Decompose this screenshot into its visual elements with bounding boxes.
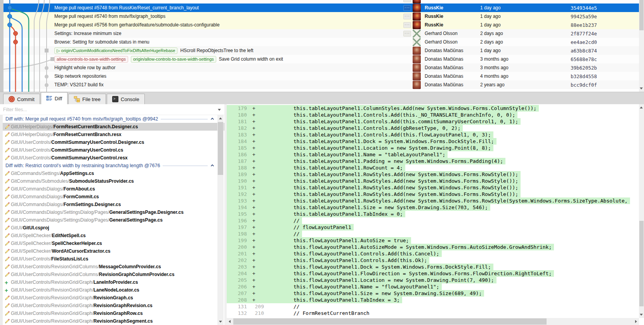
commit-author: Gerhard Olsson: [423, 31, 480, 36]
diff-line: 192+this.tableLayoutPanel1.RowStyles.Add…: [227, 191, 639, 197]
file-list-scrollbar[interactable]: [217, 115, 224, 325]
tab-commit[interactable]: Commit: [3, 94, 40, 104]
file-row[interactable]: GitUI/SpellChecker/SpellCheckerHelper.cs: [3, 239, 224, 247]
file-row[interactable]: GitUI/UserControls/RevisionGrid/Columns/…: [3, 263, 224, 271]
commit-message: HScroll RepoObjectsTree to the left: [180, 48, 253, 53]
commit-row[interactable]: Browse: Setting for submodule status in …: [0, 38, 639, 46]
tab-diff[interactable]: Diff: [41, 92, 68, 104]
scroll-down-icon[interactable]: [640, 314, 643, 316]
commit-row[interactable]: ···: [0, 0, 639, 3]
commit-row[interactable]: Highlight whole row by authorDonatas Mač…: [0, 63, 639, 72]
file-row[interactable]: GitUI/CommandsDialogs/FormCommit.cs: [3, 193, 224, 201]
filter-dropdown-button[interactable]: [216, 106, 223, 113]
bottom-tabstrip: Commit Diff File tree Console: [0, 92, 644, 104]
collapse-chevron-icon[interactable]: [210, 116, 214, 122]
file-row[interactable]: GitUI/SpellChecker/EditNetSpell.cs: [3, 232, 224, 239]
diff-vertical-scrollbar[interactable]: [639, 104, 644, 318]
diff-line-highlight: 183+this.tableLayoutPanel1.Controls.Add(…: [227, 131, 493, 138]
commit-row[interactable]: ▷ origin/CustomModificationsNeedToFixDif…: [0, 46, 639, 55]
diff-line-highlight: 199+this.flowLayoutPanel1.AutoSize = tru…: [227, 237, 411, 244]
tab-console[interactable]: Console: [107, 94, 145, 104]
file-row[interactable]: GitUI/UserControls/RevisionGrid/Columns/…: [3, 271, 224, 278]
commit-row[interactable]: allow-controls-to-save-width-settingsori…: [0, 55, 639, 63]
diff-line: 188+this.tableLayoutPanel1.RowCount = 4;: [227, 164, 639, 171]
commit-actions-button[interactable]: ···: [403, 0, 411, 2]
scroll-left-icon[interactable]: [229, 320, 231, 323]
file-row[interactable]: GitUI/SpellChecker/WordAtCursorExtractor…: [3, 247, 224, 255]
scroll-right-icon[interactable]: [635, 320, 637, 323]
tab-file-tree[interactable]: File tree: [68, 94, 106, 104]
added-file-icon: +: [5, 288, 11, 293]
commit-row[interactable]: Settings: Increase minimum size···Gerhar…: [0, 29, 639, 38]
file-row[interactable]: +GitUI/UserControls/RevisionGrid/Graph/L…: [3, 286, 224, 294]
commit-actions-button[interactable]: ···: [403, 31, 411, 37]
commit-row[interactable]: Skip network repositoriesDonatas Mačiūna…: [0, 72, 639, 80]
file-row[interactable]: GitUI/UserControls/RevisionGrid/Graph/Re…: [3, 294, 224, 302]
commit-grid-scrollbar[interactable]: [639, 0, 644, 92]
diff-line-highlight: 191+this.tableLayoutPanel1.RowStyles.Add…: [227, 184, 521, 191]
file-row[interactable]: GitUI/UserControls/CommitSummaryUserCont…: [3, 146, 224, 154]
file-path: GitUI/UserControls/RevisionGrid/Columns/: [11, 272, 99, 277]
commit-actions-button[interactable]: ···: [403, 22, 411, 28]
commit-message: Browse: Setting for submodule status in …: [54, 39, 149, 45]
file-row[interactable]: GitUI/CommandsDialogs/FormSettings.Desig…: [3, 201, 224, 208]
file-row[interactable]: GitUI/CommandsDialogs/SettingsDialog/Pag…: [3, 216, 224, 224]
file-name: RevisionGraph.cs: [94, 295, 133, 301]
remote-branch-badge[interactable]: ▷ origin/CustomModificationsNeedToFixDif…: [54, 47, 177, 54]
diff-code-text: this.tableLayoutPanel1.Controls.Add(this…: [269, 119, 518, 124]
file-row[interactable]: GitUI/HelperDialogs/FormResetCurrentBran…: [3, 131, 224, 138]
file-row[interactable]: GitUI/HelperDialogs/FormResetCurrentBran…: [3, 123, 224, 131]
scroll-up-icon[interactable]: [640, 107, 643, 108]
file-path: GitCommands/Submodules/: [11, 178, 69, 184]
diff-group-header[interactable]: Diff with: Merge pull request #5740 from…: [3, 115, 224, 123]
filter-files-input[interactable]: [0, 104, 224, 115]
file-row[interactable]: GitCommands/Settings/AppSettings.cs: [3, 169, 224, 177]
graph-lane-gap: [0, 63, 54, 72]
file-row[interactable]: GitUI/UserControls/RevisionGrid/Graph/Re…: [3, 309, 224, 317]
file-row[interactable]: GitUI/UserControls/RevisionGrid/Graph/Re…: [3, 317, 224, 325]
file-row[interactable]: +GitUI/UserControls/RevisionGrid/Graph/L…: [3, 278, 224, 286]
diff-line-highlight: 194+this.tableLayoutPanel1.Size = new Sy…: [227, 204, 490, 211]
commit-actions-button[interactable]: ···: [403, 14, 411, 19]
file-name: FormResetCurrentBranch.Designer.cs: [53, 124, 138, 129]
commit-hash: 65688e78c: [571, 56, 639, 62]
modified-file-icon: [5, 179, 11, 184]
file-row[interactable]: GitUI/UserControls/FileStatusList.cs: [3, 255, 224, 263]
file-row[interactable]: GitUI/CommandsDialogs/SettingsDialog/Pag…: [3, 208, 224, 216]
diff-line-highlight: 196+//: [227, 217, 302, 224]
diff-code-text: this.tableLayoutPanel1.ColumnStyles.Add(…: [269, 105, 536, 111]
file-row[interactable]: GitCommands/Submodules/SubmoduleStatusPr…: [3, 177, 224, 185]
diff-line-highlight: 207+this.flowLayoutPanel1.Size = new Sys…: [227, 290, 484, 297]
modified-file-icon: [5, 194, 11, 199]
collapse-chevron-icon[interactable]: [210, 163, 214, 168]
diff-old-line-number: 131: [227, 303, 247, 310]
diff-horizontal-scrollbar[interactable]: [227, 318, 639, 325]
file-row[interactable]: GitUI/UserControls/CommitSummaryUserCont…: [3, 154, 224, 162]
remote-branch-badge[interactable]: origin/allow-controls-to-save-width-sett…: [131, 56, 216, 63]
commit-row[interactable]: TEMP: VS2017 build fixDonatas Mačiūnas2 …: [0, 80, 639, 89]
local-branch-badge[interactable]: allow-controls-to-save-width-settings: [54, 56, 128, 63]
file-row[interactable]: GitUI/CommandsDialogs/FormAbout.cs: [3, 185, 224, 193]
commit-row[interactable]: Merge pull request #5748 from RussKie/Re…: [0, 3, 639, 12]
commit-message: Merge pull request #5756 from gerhardol/…: [54, 22, 220, 28]
modified-file-icon: [5, 264, 11, 269]
diff-line: 131209//: [227, 303, 639, 310]
commit-actions-button[interactable]: ···: [403, 5, 411, 11]
diff-added-marker: +: [247, 197, 269, 204]
scroll-down-icon[interactable]: [640, 87, 643, 89]
diff-old-line-number: 187: [227, 158, 247, 164]
scroll-down-icon[interactable]: [219, 321, 222, 323]
file-path: GitUI/CommandsDialogs/SettingsDialog/Pag…: [11, 217, 109, 223]
file-row[interactable]: GitUI/UserControls/CommitSummaryUserCont…: [3, 138, 224, 146]
file-row[interactable]: GitUI/UserControls/RevisionGrid/Graph/Re…: [3, 302, 224, 309]
scroll-up-icon[interactable]: [219, 117, 222, 119]
diff-group-header[interactable]: Diff with: Restrict control's width by r…: [3, 162, 224, 169]
diff-line: 193+this.tableLayoutPanel1.RowStyles.Add…: [227, 197, 639, 204]
commit-row[interactable]: Merge pull request #5740 from mstv/fix/g…: [0, 12, 639, 21]
diff-code-text: this.tableLayoutPanel1.RowStyles.Add(new…: [269, 171, 518, 177]
diff-code-text: this.tableLayoutPanel1.Location = new Sy…: [269, 145, 491, 151]
commit-row[interactable]: Merge pull request #5756 from gerhardol/…: [0, 21, 639, 29]
file-row[interactable]: GitUI/GitUI.csproj: [3, 224, 224, 232]
commit-hash: b328d4558: [571, 73, 639, 79]
file-path: GitUI/SpellChecker/: [11, 248, 52, 254]
